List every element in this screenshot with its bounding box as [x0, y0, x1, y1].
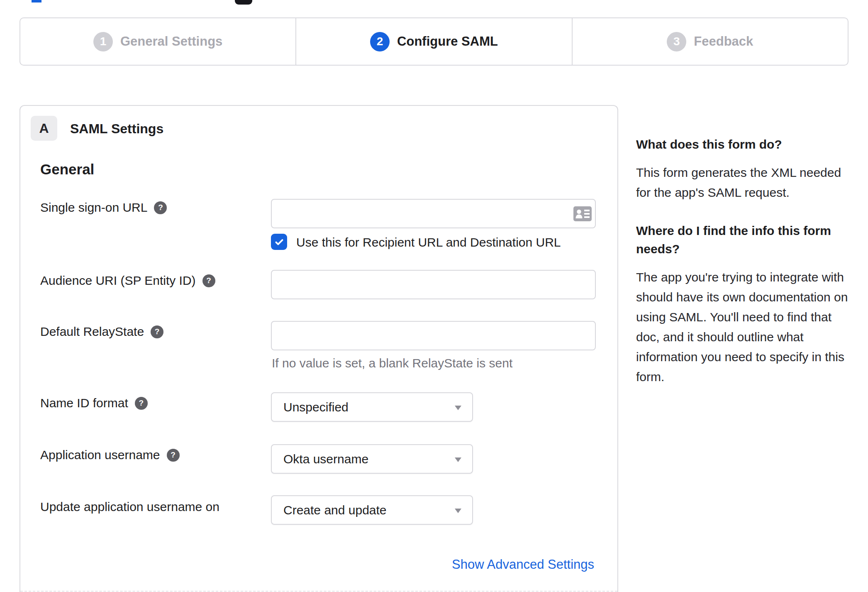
step-number-badge: 2 [370, 32, 390, 51]
default-relaystate-input[interactable] [271, 321, 596, 350]
sidebar-heading-what: What does this form do? [636, 135, 850, 154]
section-title: SAML Settings [70, 121, 163, 137]
selected-value: Unspecified [283, 400, 349, 414]
show-advanced-settings-link[interactable]: Show Advanced Settings [452, 557, 594, 572]
help-icon[interactable]: ? [202, 274, 215, 287]
saml-settings-panel: A SAML Settings General Single sign-on U… [20, 105, 618, 592]
chevron-down-icon [455, 406, 461, 410]
step-number-badge: 1 [93, 32, 113, 51]
use-for-recipient-destination-label: Use this for Recipient URL and Destinati… [296, 235, 561, 250]
help-icon[interactable]: ? [135, 397, 148, 410]
step-label: Configure SAML [397, 34, 498, 49]
sidebar-heading-where: Where do I find the info this form needs… [636, 222, 850, 258]
application-username-label: Application username ? [40, 448, 180, 462]
relaystate-hint: If no value is set, a blank RelayState i… [272, 356, 512, 370]
default-relaystate-label: Default RelayState ? [40, 325, 163, 339]
audience-uri-input[interactable] [271, 270, 596, 299]
help-icon[interactable]: ? [154, 201, 167, 214]
sidebar-body-what: This form generates the XML needed for t… [636, 163, 850, 203]
name-id-format-label: Name ID format ? [40, 396, 148, 410]
sidebar-body-where: The app you're trying to integrate with … [636, 267, 850, 387]
update-app-username-select[interactable]: Create and update [271, 495, 473, 525]
use-for-recipient-destination-checkbox[interactable] [271, 234, 287, 250]
help-icon[interactable]: ? [151, 325, 163, 338]
step-general-settings[interactable]: 1 General Settings [20, 18, 295, 65]
update-app-username-label: Update application username on [40, 500, 219, 514]
section-a-badge: A [31, 116, 57, 141]
chevron-down-icon [455, 457, 461, 462]
page-title-accent-fragment [32, 0, 41, 2]
contact-card-icon [573, 206, 592, 221]
audience-uri-label: Audience URI (SP Entity ID) ? [40, 274, 215, 288]
chevron-down-icon [455, 509, 461, 513]
step-label: General Settings [120, 34, 222, 49]
step-feedback[interactable]: 3 Feedback [572, 18, 848, 65]
single-sign-on-url-label: Single sign-on URL ? [40, 201, 167, 215]
help-sidebar: What does this form do? This form genera… [636, 135, 850, 406]
step-configure-saml[interactable]: 2 Configure SAML [295, 18, 571, 65]
selected-value: Create and update [283, 503, 387, 517]
name-id-format-select[interactable]: Unspecified [271, 392, 473, 422]
application-username-select[interactable]: Okta username [271, 444, 473, 474]
single-sign-on-url-input[interactable] [271, 199, 596, 228]
wizard-stepper: 1 General Settings 2 Configure SAML 3 Fe… [20, 17, 848, 66]
selected-value: Okta username [283, 452, 368, 466]
general-group-heading: General [40, 161, 94, 178]
step-label: Feedback [694, 34, 753, 49]
step-number-badge: 3 [667, 32, 686, 51]
help-icon[interactable]: ? [167, 449, 180, 462]
section-divider [20, 591, 617, 592]
check-icon [274, 237, 285, 247]
app-logo-fragment [235, 0, 252, 5]
